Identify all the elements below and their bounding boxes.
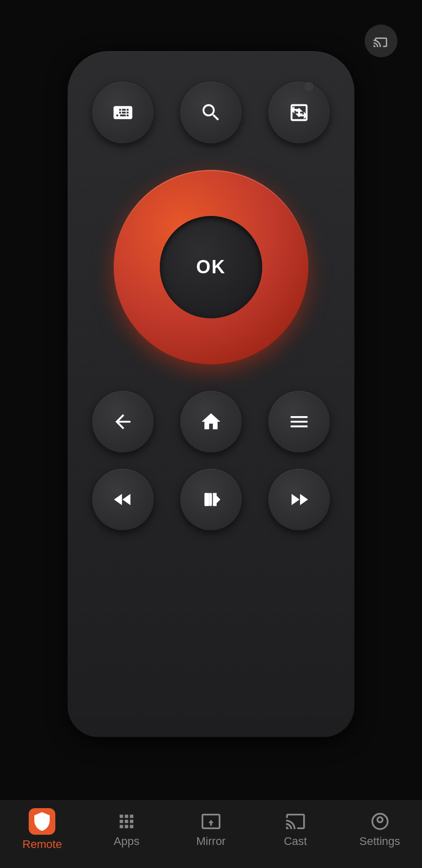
rewind-button[interactable] bbox=[92, 469, 154, 530]
settings-icon bbox=[370, 811, 390, 832]
cast-icon bbox=[285, 811, 306, 832]
svg-marker-2 bbox=[214, 493, 221, 506]
screen-fit-button[interactable] bbox=[268, 82, 330, 143]
cast-button-top[interactable] bbox=[365, 25, 397, 57]
nav-label-cast: Cast bbox=[284, 835, 307, 848]
nav-buttons-row bbox=[92, 391, 330, 452]
svg-rect-0 bbox=[204, 493, 207, 506]
nav-label-apps: Apps bbox=[114, 835, 139, 848]
play-pause-button[interactable] bbox=[180, 469, 242, 530]
fast-forward-button[interactable] bbox=[268, 469, 330, 530]
nav-item-mirror[interactable]: Mirror bbox=[185, 811, 237, 848]
search-button[interactable] bbox=[180, 82, 242, 143]
nav-label-mirror: Mirror bbox=[196, 835, 225, 848]
back-button[interactable] bbox=[92, 391, 154, 452]
mirror-icon bbox=[201, 811, 221, 832]
apps-icon bbox=[116, 811, 137, 832]
menu-button[interactable] bbox=[268, 391, 330, 452]
nav-item-cast[interactable]: Cast bbox=[270, 811, 321, 848]
top-buttons-row bbox=[92, 82, 330, 143]
nav-item-apps[interactable]: Apps bbox=[101, 811, 152, 848]
remote-shield-icon bbox=[29, 808, 55, 835]
ok-button[interactable]: OK bbox=[160, 216, 262, 318]
home-button[interactable] bbox=[180, 391, 242, 452]
dpad-container: OK bbox=[114, 170, 308, 364]
nav-item-remote[interactable]: Remote bbox=[16, 808, 68, 851]
ok-label: OK bbox=[196, 256, 226, 278]
bottom-nav: Remote Apps Mirror Cast Settings bbox=[0, 800, 422, 868]
remote-indicator-dot bbox=[304, 82, 313, 91]
nav-label-settings: Settings bbox=[360, 835, 400, 848]
keyboard-button[interactable] bbox=[92, 82, 154, 143]
remote-body: OK bbox=[68, 51, 354, 737]
nav-item-settings[interactable]: Settings bbox=[354, 811, 406, 848]
svg-rect-1 bbox=[209, 493, 212, 506]
media-buttons-row bbox=[92, 469, 330, 530]
dpad-ring[interactable]: OK bbox=[114, 170, 308, 364]
nav-label-remote: Remote bbox=[23, 838, 62, 851]
